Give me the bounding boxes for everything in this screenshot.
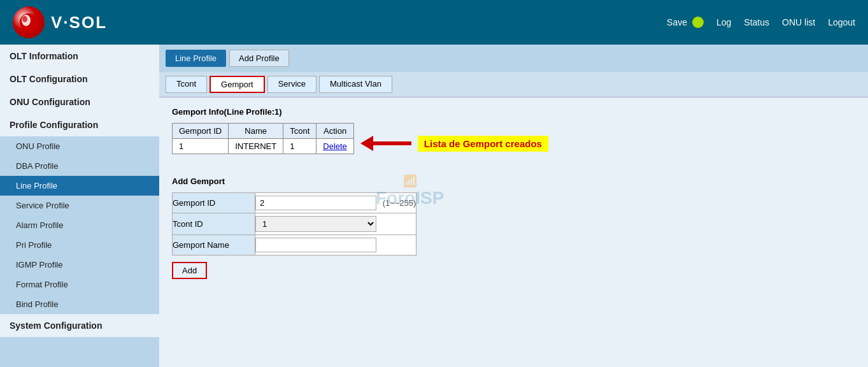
sidebar-item-dba-profile[interactable]: DBA Profile	[0, 156, 159, 176]
form-row-gemport-name: Gemport Name	[173, 235, 416, 255]
status-indicator	[692, 17, 704, 28]
add-gemport-title: Add Gemport	[172, 176, 855, 186]
gemport-id-input[interactable]	[255, 196, 376, 210]
sidebar-item-onu-profile[interactable]: ONU Profile	[0, 136, 159, 156]
sidebar-item-onu-configuration[interactable]: ONU Configuration	[0, 90, 159, 113]
tab-gemport[interactable]: Gemport	[210, 76, 265, 93]
header-save-area: Save	[667, 17, 704, 28]
form-row-tcont-id: Tcont ID 1	[173, 213, 416, 235]
gemport-info-title: Gemport Info(Line Profile:1)	[172, 107, 855, 117]
sidebar-item-service-profile[interactable]: Service Profile	[0, 196, 159, 215]
header-links: Log Status ONU list Logout	[716, 17, 855, 27]
table-annotation-row: Gemport ID Name Tcont Action 1 INTERNET …	[172, 123, 855, 164]
table-row: 1 INTERNET 1 Delete	[173, 139, 354, 154]
line-profile-button[interactable]: Line Profile	[166, 50, 226, 67]
sidebar: OLT Information OLT Configuration ONU Co…	[0, 45, 159, 367]
arrow-head-icon	[360, 136, 373, 151]
log-link[interactable]: Log	[716, 17, 731, 27]
tab-service[interactable]: Service	[267, 76, 317, 93]
cell-name: INTERNET	[229, 139, 283, 154]
delete-link[interactable]: Delete	[323, 141, 347, 151]
tcont-id-label: Tcont ID	[173, 213, 255, 235]
tcont-id-input-cell: 1	[255, 213, 416, 235]
status-link[interactable]: Status	[744, 17, 769, 27]
gemport-id-input-cell: (1~~255)	[255, 193, 416, 213]
topnav: Line Profile Add Profile	[159, 45, 868, 72]
header-right: Save Log Status ONU list Logout	[667, 17, 855, 28]
gemport-id-range: (1~~255)	[383, 198, 416, 208]
sidebar-item-line-profile[interactable]: Line Profile	[0, 176, 159, 196]
logo-icon	[13, 6, 45, 38]
sidebar-item-system-configuration[interactable]: System Configuration	[0, 314, 159, 337]
annotation-arrow	[360, 136, 411, 151]
sidebar-item-olt-information[interactable]: OLT Information	[0, 45, 159, 68]
sidebar-item-olt-configuration[interactable]: OLT Configuration	[0, 68, 159, 90]
logo-area: V·SOL	[13, 6, 107, 38]
logo-text: V·SOL	[51, 13, 107, 32]
logout-link[interactable]: Logout	[828, 17, 855, 27]
gemport-id-label: Gemport ID	[173, 193, 255, 213]
sidebar-item-format-profile[interactable]: Format Profile	[0, 275, 159, 294]
add-profile-button[interactable]: Add Profile	[229, 50, 289, 67]
cell-gemport-id: 1	[173, 139, 229, 154]
sidebar-item-profile-configuration[interactable]: Profile Configuration	[0, 113, 159, 136]
arrow-shaft	[373, 141, 411, 145]
header: V·SOL Save Log Status ONU list Logout	[0, 0, 868, 45]
form-row-gemport-id: Gemport ID (1~~255)	[173, 193, 416, 213]
tcont-id-select[interactable]: 1	[255, 216, 376, 232]
col-name: Name	[229, 124, 283, 139]
add-button[interactable]: Add	[172, 262, 207, 279]
gemport-name-label: Gemport Name	[173, 235, 255, 255]
tab-multicast-vlan[interactable]: Multicast Vlan	[319, 76, 392, 93]
onu-list-link[interactable]: ONU list	[782, 17, 815, 27]
add-gemport-form: Gemport ID (1~~255) Tcont ID 1 Gemp	[172, 192, 416, 255]
save-label: Save	[667, 17, 687, 27]
svg-point-2	[22, 16, 27, 22]
content-area: Gemport Info(Line Profile:1) Gemport ID …	[159, 97, 868, 289]
cell-tcont: 1	[283, 139, 317, 154]
gemport-name-input-cell	[255, 235, 416, 255]
tab-tcont[interactable]: Tcont	[166, 76, 207, 93]
annotation-label: Lista de Gemport creados	[418, 136, 548, 152]
tab-bar: Tcont Gemport Service Multicast Vlan	[159, 72, 868, 97]
layout: OLT Information OLT Configuration ONU Co…	[0, 45, 868, 367]
sidebar-item-pri-profile[interactable]: Pri Profile	[0, 235, 159, 255]
gemport-name-input[interactable]	[255, 238, 376, 252]
gemport-table: Gemport ID Name Tcont Action 1 INTERNET …	[172, 123, 354, 154]
main-content: Line Profile Add Profile Tcont Gemport S…	[159, 45, 868, 367]
col-gemport-id: Gemport ID	[173, 124, 229, 139]
sidebar-item-bind-profile[interactable]: Bind Profile	[0, 294, 159, 314]
sidebar-item-alarm-profile[interactable]: Alarm Profile	[0, 215, 159, 235]
cell-action: Delete	[317, 139, 354, 154]
col-tcont: Tcont	[283, 124, 317, 139]
sidebar-item-igmp-profile[interactable]: IGMP Profile	[0, 255, 159, 275]
col-action: Action	[317, 124, 354, 139]
